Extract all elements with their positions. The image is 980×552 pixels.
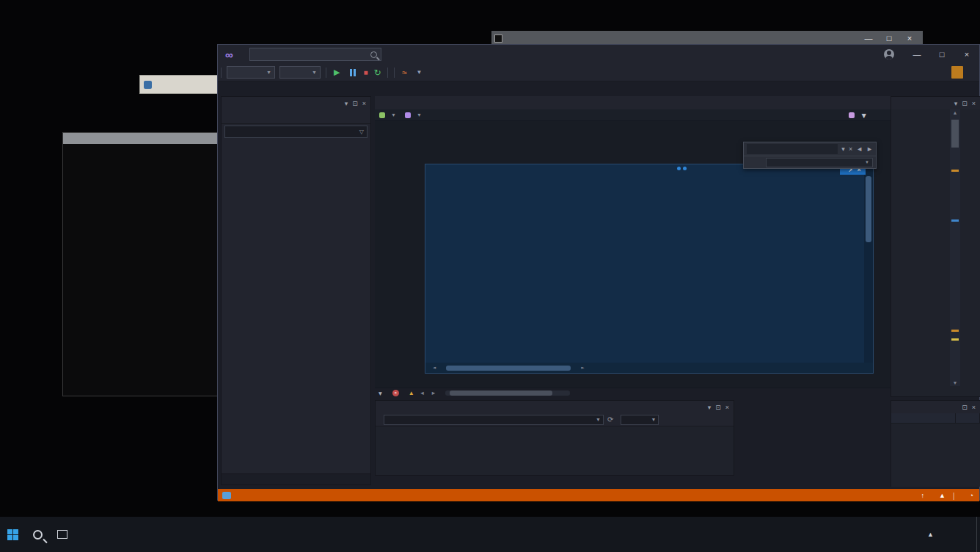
no-data-message [891,109,980,117]
client-panel-header: ▾ ⊡ × [891,97,980,109]
pin-icon[interactable]: ⊡ [715,404,721,411]
close-button[interactable]: × [899,34,920,43]
desktop: — □ × ∞ — □ × [0,0,980,552]
call-stack-header: ⊡ × [891,401,980,413]
maximize-button[interactable]: □ [929,45,954,64]
nav-back-icon[interactable]: ◄ [420,390,425,396]
scroll-down-icon[interactable]: ▼ [950,380,960,385]
task-view-icon [57,530,67,539]
user-avatar[interactable] [884,49,894,59]
close-icon[interactable]: × [972,100,976,107]
pin-icon[interactable]: ⊡ [352,100,358,107]
breadcrumb-member[interactable]: ▼ [849,109,868,121]
scroll-right-icon[interactable]: ► [581,365,584,371]
pin-icon[interactable]: ⊡ [962,100,968,107]
platform-dropdown[interactable]: ▼ [279,66,321,79]
notifications-bell-icon[interactable]: ◔ [970,492,973,499]
close-icon[interactable]: × [972,404,976,411]
minimize-button[interactable]: — [904,45,929,64]
stop-debugging-button[interactable]: ■ [363,68,368,76]
breadcrumb-project[interactable]: ▼ [375,112,401,118]
solution-explorer-search[interactable]: ▽ [224,126,368,138]
close-icon[interactable]: × [725,404,729,411]
search-icon [370,51,377,58]
scroll-up-icon[interactable]: ▲ [950,110,960,115]
visual-studio-logo: ∞ [225,48,233,61]
restart-button[interactable]: ↻ [374,68,381,78]
start-button[interactable] [0,520,25,549]
windows-logo-icon [7,529,18,540]
solution-explorer-header: ▾ ⊡ × [222,97,370,109]
solution-explorer-toolbar [222,109,370,124]
quick-search-box[interactable] [249,48,381,61]
standard-toolbar: ▼ ▼ ▶ ■ ↻ ≈ ▼ [218,64,979,81]
nav-forward-icon[interactable]: ► [431,390,436,396]
debuggee-console-titlebar[interactable]: — □ × [491,31,923,46]
system-tray: ▲ [923,517,980,552]
solution-tree [222,139,370,468]
solution-explorer-panel: ▾ ⊡ × ▽ [221,96,371,485]
find-popup: ▾ × ◄ ► ▼ [743,142,877,169]
hot-reload-icon[interactable]: ≈ [398,65,412,81]
peek-statusbar: ◄ ► [425,363,873,373]
peek-hscroll-thumb[interactable] [446,366,571,371]
zoom-control[interactable]: ▾ [379,389,382,397]
scrollbar-thumb[interactable] [951,120,959,148]
find-input[interactable] [747,144,838,154]
configuration-dropdown[interactable]: ▼ [227,66,275,79]
refresh-icon[interactable]: ⟳ [607,415,613,424]
editor-group: ▼ ▼ ▼ ↗ × [375,96,962,397]
address-input[interactable]: ▼ [384,415,604,425]
taskbar-search-button[interactable] [25,520,50,549]
taskbar: ▲ [0,517,980,552]
column-name[interactable] [891,413,956,423]
break-all-button[interactable] [350,69,357,76]
find-scope-dropdown[interactable]: ▼ [766,158,873,167]
solution-search-input[interactable] [228,128,359,136]
editor-vertical-scrollbar[interactable]: ▲ ▼ [950,109,960,386]
memory-scanner-icon [144,81,152,89]
chevron-down-icon[interactable]: ▾ [345,100,348,107]
console-window-icon [494,34,502,43]
peek-scrollbar[interactable] [864,164,873,373]
chevron-down-icon[interactable]: ▾ [954,100,958,107]
status-bar: ↑ ▲ | ◔ [218,489,979,501]
editor-bottom-strip: ▾ × ▲ ◄ ► ▾ [375,388,962,397]
class-icon [405,112,411,118]
toolbar-overflow-icon[interactable]: ▼ [412,65,427,81]
scroll-left-icon[interactable]: ◄ [433,365,436,371]
task-view-button[interactable] [50,520,75,549]
navigation-bar: ▼ ▼ ▼ [375,109,962,121]
minimize-button[interactable]: — [858,34,879,43]
find-previous-icon[interactable]: ◄ [856,145,863,153]
code-editor[interactable]: ↗ × ◄ ► [375,121,962,388]
project-icon [379,112,385,118]
admin-badge[interactable] [951,66,963,79]
chevron-down-icon[interactable]: ▾ [841,145,845,153]
column-language[interactable] [956,413,980,423]
maximize-button[interactable]: □ [879,34,899,43]
find-next-icon[interactable]: ► [866,145,873,153]
columns-dropdown[interactable]: ▼ [621,415,659,425]
peek-dots [677,167,687,170]
peek-definition-window[interactable]: ↗ × ◄ ► [425,164,874,374]
breadcrumb-type[interactable]: ▼ [401,112,426,118]
show-desktop-button[interactable] [976,517,980,552]
horizontal-scrollbar[interactable] [445,391,570,396]
hidden-icons-caret[interactable]: ▲ [927,531,934,538]
filter-icon[interactable]: ▽ [359,128,364,135]
chevron-up-icon[interactable]: ▲ [939,492,946,499]
close-icon[interactable]: × [362,100,366,107]
chevron-down-icon[interactable]: ▾ [708,404,712,411]
memory-unavailable-message [376,426,734,438]
continue-button[interactable]: ▶ [334,68,340,77]
call-stack-panel: ⊡ × [891,400,980,487]
close-button[interactable]: × [954,45,979,64]
memory-scanner-window[interactable] [139,75,224,94]
client-panel: ▾ ⊡ × [891,96,980,397]
quick-search-input[interactable] [254,50,370,59]
clear-icon[interactable]: × [849,145,852,153]
visual-studio-window: ∞ — □ × ▼ ▼ [217,44,980,501]
pin-icon[interactable]: ⊡ [962,404,968,411]
document-tabs [375,96,962,109]
